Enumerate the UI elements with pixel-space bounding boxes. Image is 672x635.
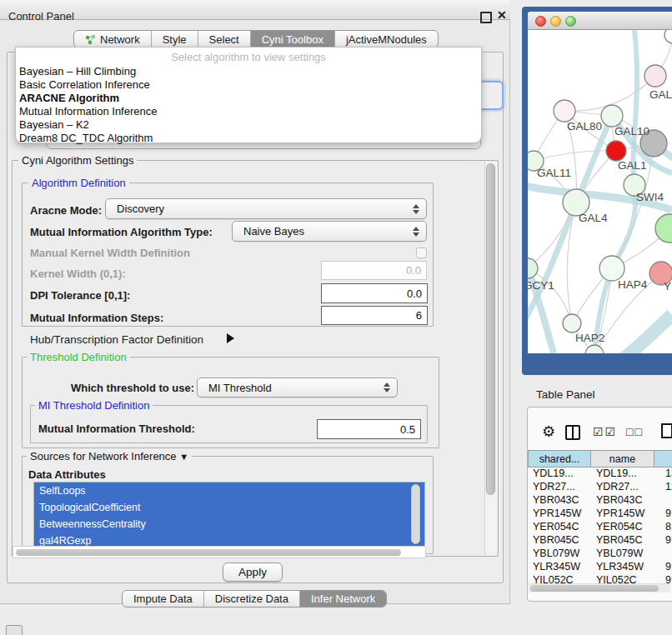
table-cell: YBR043C <box>591 494 654 508</box>
node-label: Y <box>664 280 671 292</box>
float-window-icon[interactable] <box>480 12 492 23</box>
collapse-arrow-icon: ▼ <box>179 452 188 462</box>
select-all-columns-icon[interactable]: ☑☑ <box>593 425 617 438</box>
settings-hscrollbar-track[interactable] <box>13 546 426 558</box>
node-label: SWI4 <box>636 191 664 203</box>
gear-icon[interactable]: ⚙ <box>542 422 555 441</box>
manual-kernel-checkbox[interactable] <box>416 248 427 258</box>
control-panel-titlebar[interactable] <box>0 0 510 20</box>
apply-button-label: Apply <box>238 566 267 578</box>
table-hscrollbar-thumb[interactable] <box>530 585 659 592</box>
dpi-tolerance-input[interactable]: 0.0 <box>321 283 428 303</box>
algorithm-dropdown: Select algorithm to view settings Bayesi… <box>15 47 482 143</box>
algorithm-option-dream8-dc-tdc-algorithm[interactable]: Dream8 DC_TDC Algorithm <box>19 132 478 145</box>
table-cell: YBL079W <box>528 548 591 561</box>
node[interactable] <box>655 214 672 242</box>
export-table-icon[interactable] <box>661 423 672 438</box>
table-cell: YLR345W <box>528 561 591 574</box>
tab-jactivemnodules[interactable]: jActiveMNodules <box>334 31 438 48</box>
tab-infer-network[interactable]: Infer Network <box>299 591 386 607</box>
table-row[interactable]: YER054CYER054C8. <box>528 521 672 534</box>
node-label: GAL <box>649 88 672 101</box>
node-label: GAL1 <box>618 159 647 172</box>
attribute-item-betweennesscentrality[interactable]: BetweennessCentrality <box>34 516 424 532</box>
data-attributes-label: Data Attributes <box>28 468 106 481</box>
stepper-arrows-icon <box>413 226 420 238</box>
settings-hscrollbar-thumb[interactable] <box>16 549 401 556</box>
mi-steps-label: Mutual Information Steps: <box>30 312 163 324</box>
settings-vscrollbar-thumb[interactable] <box>486 163 495 495</box>
node-hap4[interactable] <box>599 256 624 281</box>
table-cell: YER054C <box>591 521 654 534</box>
aracne-mode-combo[interactable]: Discovery <box>105 198 427 219</box>
tab-cyni-toolbox[interactable]: Cyni Toolbox <box>250 31 334 48</box>
node-hap2[interactable] <box>563 314 581 332</box>
table-row[interactable]: YDL19...YDL19...13 <box>528 468 672 481</box>
mi-algorithm-type-combo[interactable]: Naive Bayes <box>232 221 427 242</box>
attribute-item-topologicalcoefficient[interactable]: TopologicalCoefficient <box>34 499 424 516</box>
tab-label: jActiveMNodules <box>346 33 427 46</box>
node-gal1[interactable] <box>606 141 626 161</box>
split-columns-icon[interactable] <box>565 425 580 440</box>
node-label: GAL80 <box>567 120 602 132</box>
table-row[interactable]: YBR043CYBR043C <box>528 494 672 508</box>
minimize-traffic-light-icon[interactable] <box>550 16 561 27</box>
table-cell: 9. <box>654 561 672 574</box>
close-traffic-light-icon[interactable] <box>535 16 546 27</box>
column-header-shared[interactable]: shared... <box>528 450 591 468</box>
algorithm-option-mutual-information-inference[interactable]: Mutual Information Inference <box>19 105 478 118</box>
close-icon[interactable]: ✕ <box>497 8 507 22</box>
sources-title[interactable]: Sources for Network Inference ▼ <box>27 450 192 462</box>
zoom-traffic-light-icon[interactable] <box>565 16 576 27</box>
table-cell: YBL079W <box>591 548 654 561</box>
deselect-columns-icon[interactable]: □□ <box>626 425 644 438</box>
dpi-tolerance-label: DPI Tolerance [0,1]: <box>30 289 130 302</box>
tab-discretize-data[interactable]: Discretize Data <box>203 591 299 607</box>
table-row[interactable]: YBL079WYBL079W <box>528 548 672 561</box>
algorithm-option-basic-correlation-inference[interactable]: Basic Correlation Inference <box>19 78 478 92</box>
mi-threshold-input[interactable]: 0.5 <box>317 419 421 439</box>
sources-title-text: Sources for Network Inference <box>30 450 177 462</box>
tab-label: Cyni Toolbox <box>262 33 323 46</box>
mi-steps-input[interactable]: 6 <box>321 306 428 325</box>
algorithm-option-bayesian-k2[interactable]: Bayesian – K2 <box>19 118 478 132</box>
kernel-width-input[interactable]: 0.0 <box>321 261 427 280</box>
thick-edge <box>622 315 672 353</box>
tab-network[interactable]: Network <box>74 31 151 48</box>
table-row[interactable]: YLR345WYLR345W9. <box>528 561 672 574</box>
column-header-name[interactable]: name <box>591 450 654 468</box>
tab-style[interactable]: Style <box>151 31 198 48</box>
network-window-titlebar[interactable] <box>528 12 672 30</box>
table-row[interactable]: YDR27...YDR27...12 <box>528 481 672 494</box>
table-row[interactable]: YPR145WYPR145W9. <box>528 508 672 521</box>
column-header-col2[interactable] <box>654 450 672 468</box>
algorithm-option-aracne-algorithm[interactable]: ARACNE Algorithm <box>19 92 478 105</box>
tab-impute-data[interactable]: Impute Data <box>123 591 203 607</box>
list-vscrollbar-thumb[interactable] <box>411 484 420 544</box>
node-gal80[interactable] <box>554 100 575 122</box>
apply-button[interactable]: Apply <box>223 562 283 582</box>
table-hscrollbar-track[interactable] <box>529 583 670 592</box>
algorithm-option-bayesian-hill-climbing[interactable]: Bayesian – Hill Climbing <box>19 65 478 78</box>
which-threshold-combo[interactable]: MI Threshold <box>197 378 398 398</box>
network-canvas[interactable]: GALGAL80GAL10GAL1GAL11SWI4GAL4GCY1HAP4YH… <box>528 30 672 353</box>
node-gal10[interactable] <box>601 105 623 127</box>
table-row[interactable]: YBR045CYBR045C9. <box>528 534 672 548</box>
mi-threshold-title: MI Threshold Definition <box>35 399 153 412</box>
table-row[interactable]: YIL052CYIL052C9 <box>528 574 672 583</box>
tab-label: Select <box>209 33 239 46</box>
tab-label: Network <box>100 33 140 46</box>
node-gal[interactable] <box>644 65 666 87</box>
attribute-item-selfloops[interactable]: SelfLoops <box>34 482 424 499</box>
table-cell: YBR045C <box>591 534 654 548</box>
hub-expand-arrow-icon[interactable] <box>227 333 234 343</box>
tab-select[interactable]: Select <box>198 31 250 48</box>
table-cell: YDR27... <box>591 481 654 494</box>
node[interactable] <box>664 30 672 43</box>
tab-label: Infer Network <box>311 592 375 605</box>
bottom-tab-bar: Impute DataDiscretize DataInfer Network <box>122 590 387 608</box>
node-label: HAP2 <box>575 332 604 344</box>
table-cell: YIL052C <box>528 574 591 583</box>
undock-panel-icon[interactable] <box>6 625 23 635</box>
cyni-algorithm-settings-title: Cyni Algorithm Settings <box>18 154 137 167</box>
